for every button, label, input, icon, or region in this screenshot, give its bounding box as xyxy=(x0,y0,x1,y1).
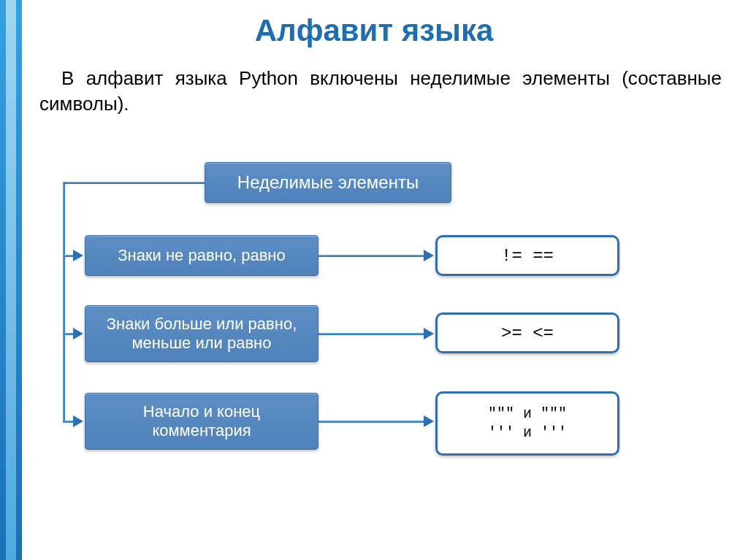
diagram-right-1: != == xyxy=(435,235,619,276)
arrow-icon xyxy=(73,250,83,261)
arrow-icon xyxy=(424,328,434,340)
left-stripe-inner xyxy=(6,0,16,560)
connector xyxy=(318,255,425,257)
diagram-right-3: """ и """ ''' и ''' xyxy=(435,391,619,456)
arrow-icon xyxy=(73,328,83,340)
arrow-icon xyxy=(73,415,83,427)
diagram-root-box: Неделимые элементы xyxy=(205,162,451,203)
connector xyxy=(63,182,205,184)
diagram-left-3: Начало и конец комментария xyxy=(85,393,318,450)
page-title: Алфавит языка xyxy=(0,13,748,48)
diagram-left-2: Знаки больше или равно, меньше или равно xyxy=(85,305,318,362)
connector xyxy=(318,421,425,423)
diagram-left-1: Знаки не равно, равно xyxy=(85,235,318,276)
connector xyxy=(318,333,425,335)
intro-paragraph: В алфавит языка Python включены неделимы… xyxy=(39,66,722,117)
diagram-right-2: >= <= xyxy=(435,312,619,353)
left-stripe xyxy=(0,0,22,560)
arrow-icon xyxy=(424,250,434,261)
arrow-icon xyxy=(424,415,434,427)
connector xyxy=(63,182,65,421)
slide: Алфавит языка В алфавит языка Python вкл… xyxy=(0,0,748,560)
